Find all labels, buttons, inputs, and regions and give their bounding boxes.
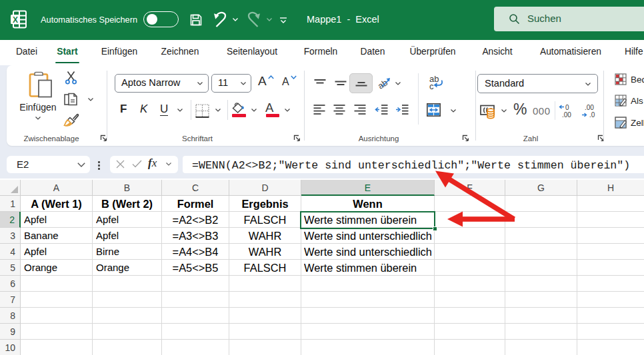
svg-text:.00: .00	[562, 111, 571, 119]
svg-text:0: 0	[565, 104, 569, 111]
svg-text:c: c	[429, 81, 434, 91]
svg-text:.0: .0	[589, 111, 595, 119]
svg-text:X: X	[13, 15, 18, 25]
svg-text:.00: .00	[585, 104, 594, 111]
